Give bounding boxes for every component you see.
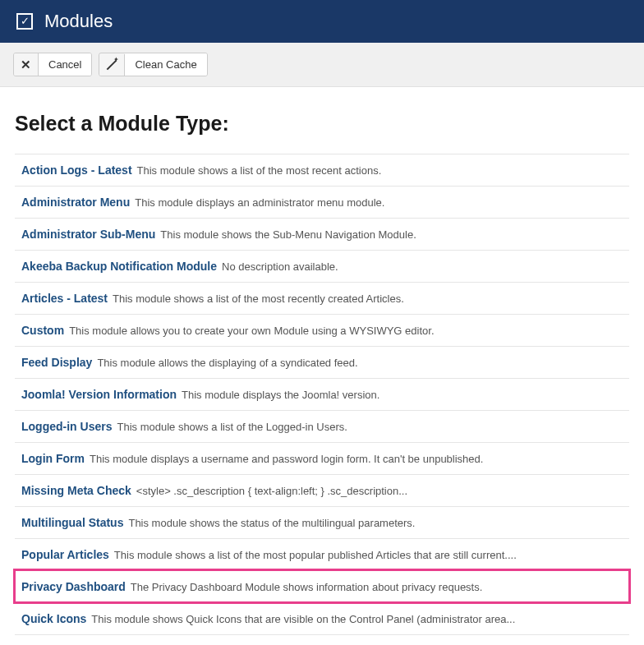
module-item[interactable]: Logged-in UsersThis module shows a list … [15, 410, 629, 442]
module-description: This module shows a list of the most pop… [114, 549, 517, 561]
module-description: This module shows a list of the most rec… [113, 293, 404, 305]
module-description: The Privacy Dashboard Module shows infor… [131, 581, 483, 593]
module-description: This module allows the displaying of a s… [97, 357, 357, 369]
module-name: Quick Icons [21, 612, 86, 625]
module-name: Login Form [21, 452, 85, 465]
module-name: Missing Meta Check [21, 484, 131, 497]
module-name: Joomla! Version Information [21, 388, 177, 401]
module-item[interactable]: CustomThis module allows you to create y… [15, 314, 629, 346]
clean-cache-button[interactable]: Clean Cache [99, 53, 207, 76]
clean-cache-button-label: Clean Cache [125, 53, 206, 76]
module-name: Popular Articles [21, 548, 109, 561]
module-name: Privacy Dashboard [21, 580, 126, 593]
module-name: Akeeba Backup Notification Module [21, 260, 217, 273]
module-item[interactable]: Akeeba Backup Notification ModuleNo desc… [15, 250, 629, 282]
module-name: Feed Display [21, 356, 92, 369]
content-area: Select a Module Type: Action Logs - Late… [0, 87, 644, 645]
module-item[interactable]: Administrator Sub-MenuThis module shows … [15, 218, 629, 250]
module-item[interactable]: Popular ArticlesThis module shows a list… [15, 538, 629, 570]
module-name: Logged-in Users [21, 420, 112, 433]
module-description: <style> .sc_description { text-align:lef… [136, 485, 407, 497]
module-description: This module shows Quick Icons that are v… [91, 613, 515, 625]
module-list: Action Logs - LatestThis module shows a … [15, 154, 629, 645]
modules-icon [16, 13, 33, 30]
cancel-button-label: Cancel [39, 53, 91, 76]
module-name: Articles - Latest [21, 292, 108, 305]
module-description: No description available. [222, 260, 338, 273]
page-heading: Select a Module Type: [15, 112, 629, 136]
module-description: This module displays an administrator me… [135, 196, 384, 209]
module-name: Administrator Sub-Menu [21, 228, 155, 241]
module-description: This module shows the Sub-Menu Navigatio… [160, 228, 416, 241]
module-description: This module shows the status of the mult… [128, 517, 415, 529]
module-description: This module displays a username and pass… [90, 453, 483, 465]
module-item[interactable]: Joomla! Version InformationThis module d… [15, 378, 629, 410]
module-item[interactable]: Feed DisplayThis module allows the displ… [15, 346, 629, 378]
page-title: Modules [44, 11, 113, 32]
page-header: Modules [0, 0, 644, 43]
cancel-button[interactable]: ✕ Cancel [13, 53, 92, 76]
module-item[interactable]: Multilingual StatusThis module shows the… [15, 506, 629, 538]
module-description: This module shows a list of the Logged-i… [117, 421, 347, 433]
module-item[interactable]: Action Logs - LatestThis module shows a … [15, 154, 629, 186]
module-description: This module shows a list of the most rec… [137, 164, 382, 177]
module-description: This module displays the Joomla! version… [182, 389, 380, 401]
module-name: Action Logs - Latest [21, 164, 132, 177]
module-item[interactable]: Administrator MenuThis module displays a… [15, 186, 629, 218]
module-description: This module allows you to create your ow… [69, 325, 434, 337]
module-item[interactable]: Privacy DashboardThe Privacy Dashboard M… [15, 570, 629, 602]
module-item[interactable]: Login FormThis module displays a usernam… [15, 442, 629, 474]
toolbar: ✕ Cancel Clean Cache [0, 43, 644, 87]
close-icon: ✕ [14, 53, 39, 76]
module-name: Multilingual Status [21, 516, 123, 529]
wand-icon [99, 54, 125, 76]
module-item[interactable]: RSFirewall! Control Panel ModuleThis mod… [15, 634, 629, 645]
module-item[interactable]: Articles - LatestThis module shows a lis… [15, 282, 629, 314]
module-name: Administrator Menu [21, 196, 130, 209]
module-name: Custom [21, 324, 64, 337]
module-item[interactable]: Missing Meta Check<style> .sc_descriptio… [15, 474, 629, 506]
module-item[interactable]: Quick IconsThis module shows Quick Icons… [15, 602, 629, 634]
